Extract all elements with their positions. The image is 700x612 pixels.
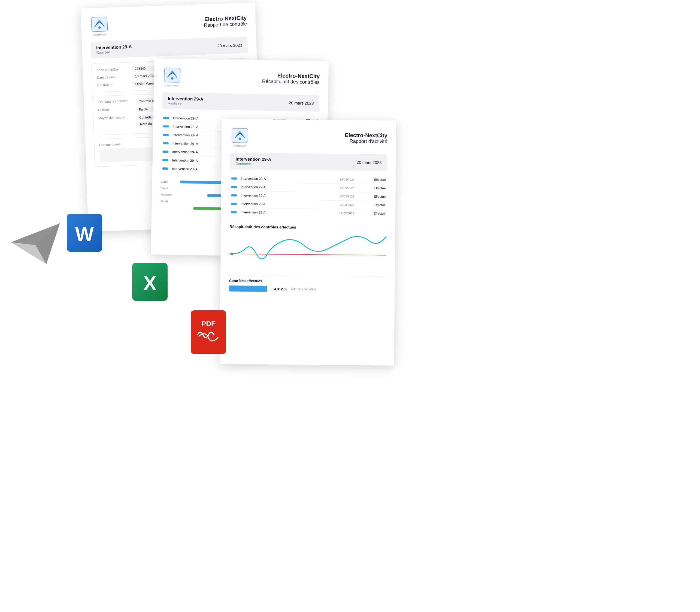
gantt-label: Lundi (161, 180, 180, 183)
doc2-int-info: Intervention 29-A Réalisée (167, 96, 203, 106)
ctrl-indicator (162, 167, 168, 170)
ctrl-name: Intervention 29-A (241, 177, 339, 181)
ctrl-indicator (231, 178, 237, 180)
svg-text:PDF: PDF (201, 320, 216, 328)
doc3-control-row: Intervention 29-A 14/03/2023 Effectué (230, 183, 387, 193)
ctrl-indicator (163, 134, 169, 136)
pdf-icon: PDF pdf (191, 310, 226, 354)
doc2-company-label: COMPANY (165, 84, 179, 87)
ctrl-date: 13/03/2023 (339, 178, 364, 181)
svg-text:W: W (75, 223, 94, 245)
ctrl-status: Effectué (364, 195, 386, 199)
ctrl-indicator (231, 186, 237, 188)
doc1-intervention-bar: Intervention 29-A Réalisée 20 mars 2023 (91, 37, 248, 58)
doc1-header: COMPANY Electro-NextCity Rapport de cont… (90, 10, 247, 37)
doc1-zone-label: Zone contrôlée (97, 67, 132, 72)
ctrl-date: 17/03/2023 (339, 211, 364, 215)
ctrl-status: Effectué (364, 178, 386, 182)
ctrl-status: Effectué (364, 186, 386, 190)
doc3-control-row: Intervention 29-A 16/03/2023 Effectué (230, 200, 387, 210)
doc3-ctrl-eff-bar-row: + 4.312 % Total des contrôles (229, 286, 386, 293)
gantt-label (161, 208, 179, 208)
doc3-int-date: 20 mars 2023 (357, 160, 382, 165)
doc3-ctrl-effectues: Contrôles effectués + 4.312 % Total des … (229, 275, 386, 296)
doc2-intervention-bar: Intervention 29-A Réalisée 20 mars 2023 (162, 92, 319, 112)
excel-icon: X (131, 261, 169, 302)
doc1-title-block: Electro-NextCity Rapport de contrôle (113, 15, 247, 31)
ctrl-indicator (162, 151, 169, 153)
doc1-logo: COMPANY (90, 15, 109, 37)
gantt-label: Jeudi (161, 199, 179, 203)
doc3-int-name: Intervention 29-A (236, 157, 271, 162)
ctrl-indicator (163, 117, 169, 119)
ctrl-indicator (162, 159, 169, 161)
doc3-ctrl-eff-title: Contrôles effectués (229, 279, 386, 284)
doc2-logo: COMPANY (163, 66, 182, 87)
ctrl-indicator (163, 125, 169, 127)
doc3-int-info: Intervention 29-A Conforme (235, 157, 271, 166)
ctrl-name: Intervention 29-A (241, 185, 339, 190)
doc2-int-name: Intervention 29-A (168, 96, 204, 102)
doc1-int-date: 20 mars 2023 (217, 43, 242, 48)
svg-rect-12 (164, 68, 180, 83)
word-icon: W (65, 212, 104, 253)
doc3-control-row: Intervention 29-A 15/03/2023 Effectué (230, 191, 387, 201)
doc1-date-label: Date de début (97, 74, 132, 80)
doc3-ctrl-eff-total: Total des contrôles (291, 288, 316, 291)
gantt-label: Mardi (161, 186, 180, 190)
doc3-header: COMPANY Electro-NextCity Rapport d'activ… (230, 127, 388, 149)
doc3-controls-list: Intervention 29-A 13/03/2023 Effectué In… (230, 175, 387, 218)
doc1-moyen-label: Moyen de mesure (98, 115, 136, 120)
ctrl-date: 15/03/2023 (339, 195, 364, 198)
ctrl-indicator (163, 142, 169, 144)
doc3-int-status: Conforme (235, 162, 271, 166)
ctrl-name: Intervention 29-A (241, 210, 339, 215)
doc2-int-date: 20 mars 2023 (289, 100, 314, 106)
gantt-label: Mercredi (161, 193, 179, 197)
doc3-ctrl-eff-pct: + 4.312 % (271, 287, 287, 291)
doc3-ctrl-eff-bar (229, 286, 267, 292)
doc3-chart-section: Récapitulatif des contrôles effectués (229, 221, 387, 273)
doc3-title-block: Electro-NextCity Rapport d'activité (254, 131, 387, 144)
doc3-chart-area (229, 232, 386, 269)
ctrl-indicator (231, 194, 237, 197)
doc2-header: COMPANY Electro-NextCity Récapitulatif d… (163, 66, 320, 89)
doc1-company-label: COMPANY (93, 33, 107, 37)
ctrl-status: Effectué (364, 203, 386, 207)
doc1-el-label: Eléments à contrôler (98, 99, 136, 104)
doc3-company-label: COMPANY (233, 145, 247, 148)
doc3-subtitle: Rapport d'activité (254, 138, 387, 144)
svg-rect-14 (232, 128, 248, 143)
doc-activite: COMPANY Electro-NextCity Rapport d'activ… (220, 119, 396, 366)
ctrl-indicator (231, 211, 237, 213)
ctrl-date: 16/03/2023 (339, 203, 364, 207)
doc1-int-status: Réalisée (96, 49, 132, 55)
doc1-controleur-label: Contrôleur (97, 82, 133, 87)
paper-plane-icon (8, 218, 63, 267)
doc1-int-info: Intervention 29-A Réalisée (96, 44, 132, 55)
ctrl-indicator (231, 203, 237, 205)
svg-rect-10 (91, 17, 108, 31)
doc3-logo: COMPANY (230, 127, 250, 148)
doc2-title-block: Electro-NextCity Récapitulatif des contr… (186, 71, 320, 85)
svg-text:X: X (143, 272, 157, 294)
doc3-chart-title: Récapitulatif des contrôles effectués (229, 225, 386, 230)
doc1-crit-label: Criticité (98, 107, 136, 112)
ctrl-name: Intervention 29-A (241, 194, 339, 198)
doc3-intervention-bar: Intervention 29-A Conforme 20 mars 2023 (230, 153, 387, 171)
ctrl-name: Intervention 29-A (241, 202, 339, 207)
svg-line-16 (229, 254, 386, 255)
svg-rect-7 (191, 310, 226, 354)
ctrl-date: 14/03/2023 (339, 186, 364, 190)
doc2-int-status: Réalisée (167, 101, 203, 106)
ctrl-status: Effectué (364, 211, 386, 215)
doc3-control-row: Intervention 29-A 17/03/2023 Effectué (230, 208, 387, 218)
svg-point-15 (239, 138, 241, 140)
doc3-control-row: Intervention 29-A 13/03/2023 Effectué (230, 175, 387, 184)
